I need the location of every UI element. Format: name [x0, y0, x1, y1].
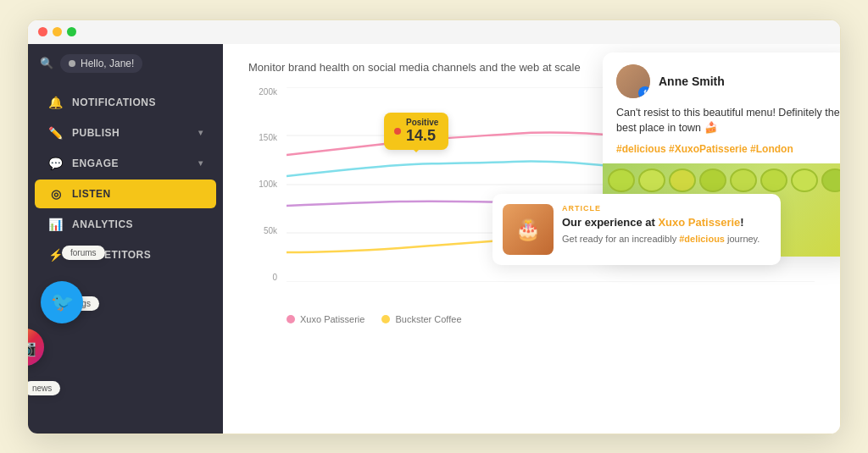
- notifications-label: NOTIFICATIONS: [72, 97, 156, 108]
- post-body: Can't resist to this beautiful menu! Def…: [603, 105, 840, 144]
- macaron-3: [669, 168, 696, 192]
- article-card: 🎂 ARTICLE Our experience at Xuxo Patisse…: [492, 194, 781, 265]
- engage-label: ENGAGE: [72, 157, 119, 169]
- sidebar-item-listen[interactable]: ◎ LISTEN: [35, 180, 216, 208]
- article-desc-prefix: Get ready for an increadibly: [562, 234, 679, 244]
- legend-label-xuxo: Xuxo Patisserie: [300, 314, 364, 324]
- engage-icon: 💬: [48, 157, 64, 170]
- y-label-200k: 200k: [259, 87, 277, 97]
- sidebar-item-engage[interactable]: 💬 ENGAGE ▾: [35, 149, 216, 178]
- article-desc-highlight: #delicious: [679, 234, 725, 244]
- user-avatar-dot: [69, 60, 75, 67]
- positive-tooltip: Positive 14.5: [384, 113, 448, 150]
- article-desc-suffix: journey.: [725, 234, 760, 244]
- twitter-bubble[interactable]: 🐦: [41, 281, 83, 323]
- listen-label: LISTEN: [72, 188, 111, 200]
- macaron-2: [638, 168, 665, 192]
- publish-arrow: ▾: [198, 128, 203, 137]
- macaron-7: [791, 168, 818, 192]
- browser-window: 🔍 Hello, Jane! 🔔 NOTIFICATIONS ✏️ PUBLIS…: [27, 19, 841, 434]
- article-description: Get ready for an increadibly #delicious …: [562, 234, 771, 244]
- article-thumb-icon: 🎂: [515, 218, 541, 241]
- y-axis: 200k 150k 100k 50k 0: [248, 87, 282, 282]
- tooltip-value: 14.5: [406, 127, 438, 145]
- main-content: Monitor brand health on social media cha…: [223, 44, 840, 434]
- post-text: Can't resist to this beautiful menu! Def…: [616, 107, 840, 135]
- macaron-4: [699, 168, 726, 192]
- right-panel: f Anne Smith Can't resist to this beauti…: [603, 52, 840, 257]
- engage-arrow: ▾: [198, 158, 203, 168]
- post-header: f Anne Smith: [603, 52, 840, 105]
- sidebar-nav: 🔔 NOTIFICATIONS ✏️ PUBLISH ▾ 💬 ENGAGE ▾ …: [28, 83, 223, 274]
- article-thumbnail: 🎂: [503, 204, 554, 255]
- y-label-50k: 50k: [264, 226, 277, 235]
- macaron-5: [730, 168, 757, 192]
- instagram-icon: 📷: [28, 337, 36, 357]
- title-bar: [28, 20, 840, 44]
- facebook-badge: f: [638, 86, 650, 98]
- notifications-icon: 🔔: [48, 96, 64, 109]
- publish-icon: ✏️: [48, 126, 64, 140]
- app-body: 🔍 Hello, Jane! 🔔 NOTIFICATIONS ✏️ PUBLIS…: [28, 44, 840, 434]
- article-title-prefix: Our experience at: [562, 216, 658, 229]
- legend-label-buckster: Buckster Coffee: [395, 314, 461, 324]
- analytics-icon: 📊: [48, 218, 64, 231]
- sidebar-item-analytics[interactable]: 📊 ANALYTICS: [35, 210, 216, 239]
- close-dot[interactable]: [38, 27, 47, 36]
- user-greeting: Hello, Jane!: [60, 54, 142, 73]
- maximize-dot[interactable]: [67, 27, 76, 36]
- chart-legend: Xuxo Patisserie Buckster Coffee: [248, 307, 815, 331]
- article-title-highlight: Xuxo Patisserie: [658, 216, 740, 229]
- tooltip-label: Positive: [406, 118, 438, 127]
- sidebar: 🔍 Hello, Jane! 🔔 NOTIFICATIONS ✏️ PUBLIS…: [28, 44, 223, 434]
- search-icon[interactable]: 🔍: [40, 57, 53, 69]
- legend-dot-xuxo: [287, 315, 295, 323]
- instagram-bubble[interactable]: 📷: [28, 329, 44, 366]
- legend-dot-buckster: [381, 315, 390, 323]
- news-label: news: [28, 381, 60, 395]
- publish-label: PUBLISH: [72, 127, 120, 139]
- analytics-label: ANALYTICS: [72, 218, 133, 230]
- post-avatar: f: [616, 64, 650, 98]
- macaron-6: [760, 168, 787, 192]
- minimize-dot[interactable]: [53, 27, 62, 36]
- listen-icon: ◎: [48, 187, 64, 201]
- article-content: ARTICLE Our experience at Xuxo Patisseri…: [562, 204, 771, 255]
- sidebar-item-notifications[interactable]: 🔔 NOTIFICATIONS: [35, 88, 216, 117]
- y-label-150k: 150k: [259, 133, 277, 142]
- article-title: Our experience at Xuxo Patisserie!: [562, 216, 771, 230]
- y-label-0: 0: [272, 273, 277, 282]
- article-title-suffix: !: [740, 216, 743, 229]
- legend-buckster: Buckster Coffee: [381, 314, 461, 324]
- macaron-8: [821, 168, 840, 192]
- article-label: ARTICLE: [562, 204, 771, 213]
- sidebar-item-publish[interactable]: ✏️ PUBLISH ▾: [35, 119, 216, 147]
- greeting-text: Hello, Jane!: [81, 58, 134, 69]
- legend-xuxo: Xuxo Patisserie: [287, 314, 364, 324]
- forums-label: forums: [62, 246, 105, 260]
- tooltip-dot: [394, 128, 401, 135]
- twitter-icon: 🐦: [51, 291, 74, 313]
- sidebar-header: 🔍 Hello, Jane!: [28, 44, 223, 83]
- post-author: Anne Smith: [659, 75, 725, 88]
- post-hashtags: #delicious #XuxoPatisserie #London: [603, 143, 840, 163]
- macaron-1: [608, 168, 635, 192]
- y-label-100k: 100k: [259, 180, 277, 189]
